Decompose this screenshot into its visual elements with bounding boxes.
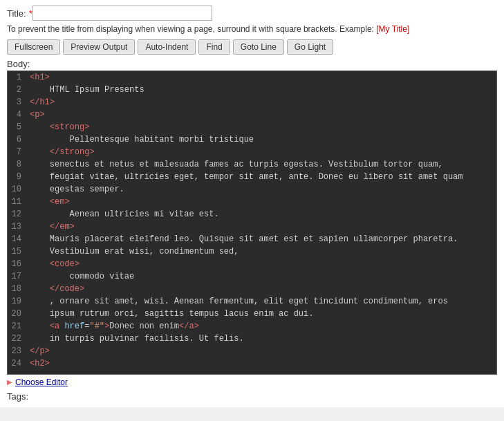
code-line-17: 17 commodo vitae [8,270,496,283]
line-num-13: 13 [8,221,27,233]
auto-indent-button[interactable]: Auto-Indent [138,39,196,55]
code-line-24: 24 <h2> [8,357,496,370]
goto-line-button[interactable]: Goto Line [233,39,284,55]
line-num-21: 21 [8,320,27,333]
line-num-14: 14 [8,233,27,245]
line-num-23: 23 [8,345,27,357]
fullscreen-button[interactable]: Fullscreen [7,39,60,55]
code-line-4: 4 <p> [8,109,496,121]
line-content-22: in turpis pulvinar facilisis. Ut felis. [27,333,496,345]
find-button[interactable]: Find [198,39,230,55]
line-num-3: 3 [8,96,27,109]
code-line-16: 16 <code> [8,258,496,270]
code-line-1: 1 <h1> [8,71,496,84]
line-num-2: 2 [8,84,27,96]
line-content-23: </p> [27,345,496,357]
code-line-11: 11 <em> [8,196,496,208]
line-content-12: Aenean ultricies mi vitae est. [27,208,496,221]
hint-example: [My Title] [376,24,409,34]
line-num-20: 20 [8,308,27,320]
line-num-16: 16 [8,258,27,270]
line-content-18: </code> [27,283,496,295]
line-num-22: 22 [8,333,27,345]
line-content-24: <h2> [27,357,496,370]
line-content-19: , ornare sit amet, wisi. Aenean fermentu… [27,295,496,308]
line-content-4: <p> [27,109,496,121]
line-content-10: egestas semper. [27,183,496,196]
code-line-13: 13 </em> [8,221,496,233]
code-line-22: 22 in turpis pulvinar facilisis. Ut feli… [8,333,496,345]
line-num-15: 15 [8,245,27,258]
line-content-14: Mauris placerat eleifend leo. Quisque si… [27,233,496,245]
go-light-button[interactable]: Go Light [287,39,333,55]
page-wrapper: Title: * To prevent the title from displ… [0,0,504,407]
code-editor[interactable]: 1 <h1> 2 HTML Ipsum Presents 3 </h1> 4 <… [7,71,497,375]
line-num-17: 17 [8,270,27,283]
editor-toolbar: Fullscreen Preview Output Auto-Indent Fi… [7,39,497,55]
line-num-9: 9 [8,171,27,183]
code-line-21: 21 <a href="#">Donec non enim</a> [8,320,496,333]
title-row: Title: * [7,6,497,21]
preview-output-button[interactable]: Preview Output [63,39,135,55]
line-content-1: <h1> [27,71,496,84]
line-content-3: </h1> [27,96,496,109]
line-num-19: 19 [8,295,27,308]
title-hint: To prevent the title from displaying whe… [7,24,497,35]
code-line-6: 6 Pellentesque habitant morbi tristique [8,133,496,146]
code-line-20: 20 ipsum rutrum orci, sagittis tempus la… [8,308,496,320]
line-content-5: <strong> [27,121,496,133]
line-content-7: </strong> [27,146,496,158]
line-content-21: <a href="#">Donec non enim</a> [27,320,496,333]
line-num-7: 7 [8,146,27,158]
code-line-10: 10 egestas semper. [8,183,496,196]
line-content-17: commodo vitae [27,270,496,283]
code-line-5: 5 <strong> [8,121,496,133]
line-content-2: HTML Ipsum Presents [27,84,496,96]
line-num-12: 12 [8,208,27,221]
line-content-15: Vestibulum erat wisi, condimentum sed, [27,245,496,258]
tags-label: Tags: [7,390,497,402]
code-line-19: 19 , ornare sit amet, wisi. Aenean ferme… [8,295,496,308]
choose-editor-row: ▶ Choose Editor [7,375,497,390]
code-line-14: 14 Mauris placerat eleifend leo. Quisque… [8,233,496,245]
code-line-9: 9 feugiat vitae, ultricies eget, tempor … [8,171,496,183]
line-content-20: ipsum rutrum orci, sagittis tempus lacus… [27,308,496,320]
choose-editor-link[interactable]: Choose Editor [15,377,68,387]
line-content-8: senectus et netus et malesuada fames ac … [27,158,496,171]
code-line-12: 12 Aenean ultricies mi vitae est. [8,208,496,221]
line-num-1: 1 [8,71,27,84]
line-content-11: <em> [27,196,496,208]
line-num-24: 24 [8,357,27,370]
title-label: Title: [7,8,26,19]
line-num-4: 4 [8,109,27,121]
code-line-2: 2 HTML Ipsum Presents [8,84,496,96]
title-input[interactable] [32,6,212,21]
line-content-6: Pellentesque habitant morbi tristique [27,133,496,146]
body-label: Body: [7,59,497,69]
code-line-23: 23 </p> [8,345,496,357]
line-content-13: </em> [27,221,496,233]
line-num-8: 8 [8,158,27,171]
code-line-7: 7 </strong> [8,146,496,158]
line-num-18: 18 [8,283,27,295]
code-line-8: 8 senectus et netus et malesuada fames a… [8,158,496,171]
line-num-6: 6 [8,133,27,146]
line-content-9: feugiat vitae, ultricies eget, tempor si… [27,171,496,183]
line-content-16: <code> [27,258,496,270]
line-num-11: 11 [8,196,27,208]
code-line-15: 15 Vestibulum erat wisi, condimentum sed… [8,245,496,258]
line-num-10: 10 [8,183,27,196]
choose-editor-arrow-icon: ▶ [7,378,12,386]
code-line-18: 18 </code> [8,283,496,295]
line-num-5: 5 [8,121,27,133]
code-line-3: 3 </h1> [8,96,496,109]
